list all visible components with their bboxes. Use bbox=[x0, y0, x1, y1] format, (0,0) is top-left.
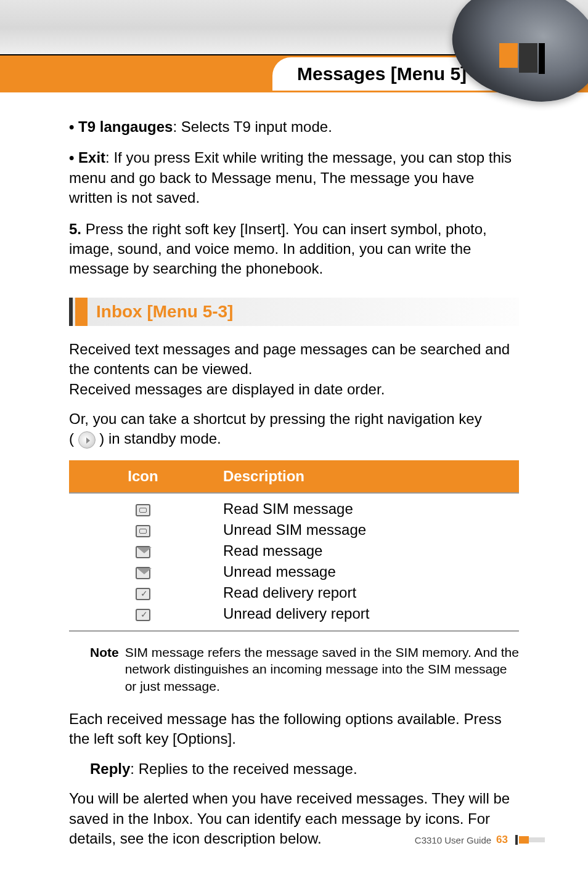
exit-label: Exit bbox=[78, 149, 105, 166]
reply-text: : Replies to the received message. bbox=[130, 760, 357, 777]
table-row: Unread message bbox=[69, 561, 519, 582]
p1: Received text messages and page messages… bbox=[69, 341, 510, 377]
section-heading: Inbox [Menu 5-3] bbox=[69, 298, 519, 326]
section-title: Inbox [Menu 5-3] bbox=[96, 300, 233, 323]
th-icon: Icon bbox=[69, 466, 217, 486]
row-desc: Unread delivery report bbox=[217, 604, 519, 624]
read-msg-icon bbox=[136, 546, 150, 558]
unread-msg-icon bbox=[136, 567, 150, 579]
footer: C3310 User Guide 63 bbox=[415, 834, 545, 846]
p3c: ) in standby mode. bbox=[99, 430, 221, 447]
unread-sim-icon bbox=[136, 525, 150, 537]
table-row: Unread SIM message bbox=[69, 519, 519, 540]
p3a: Or, you can take a shortcut by pressing … bbox=[69, 410, 482, 427]
read-report-icon bbox=[136, 588, 150, 600]
reply-label: Reply bbox=[90, 760, 130, 777]
inbox-desc-2: Or, you can take a shortcut by pressing … bbox=[69, 409, 519, 449]
page-title: Messages [Menu 5] bbox=[297, 63, 467, 84]
page-number: 63 bbox=[496, 834, 508, 846]
t9-label: T9 langauges bbox=[78, 118, 173, 135]
table-row: Read message bbox=[69, 540, 519, 561]
row-desc: Read message bbox=[217, 541, 519, 561]
t9-text: : Selects T9 input mode. bbox=[173, 118, 332, 135]
content-area: • T9 langauges: Selects T9 input mode. •… bbox=[0, 92, 588, 848]
p3b: ( bbox=[69, 430, 74, 447]
step-5: 5. Press the right soft key [Insert]. Yo… bbox=[69, 219, 519, 279]
row-desc: Read SIM message bbox=[217, 499, 519, 519]
inbox-desc-1: Received text messages and page messages… bbox=[69, 340, 519, 399]
row-desc: Unread SIM message bbox=[217, 520, 519, 540]
th-desc: Description bbox=[217, 466, 519, 486]
note-text: SIM message refers the message saved in … bbox=[125, 644, 519, 694]
reply-option: Reply: Replies to the received message. bbox=[90, 759, 519, 779]
unread-report-icon bbox=[136, 609, 150, 621]
header-decoration bbox=[499, 43, 545, 74]
table-header: Icon Description bbox=[69, 460, 519, 494]
footer-decoration bbox=[515, 835, 545, 845]
note-block: Note SIM message refers the message save… bbox=[90, 644, 519, 694]
table-row: Read delivery report bbox=[69, 582, 519, 603]
footer-guide: C3310 User Guide bbox=[415, 835, 491, 845]
bullet-exit: • Exit: If you press Exit while writing … bbox=[69, 148, 519, 208]
row-desc: Unread message bbox=[217, 562, 519, 582]
exit-text: : If you press Exit while writing the me… bbox=[69, 149, 512, 206]
right-nav-key-icon bbox=[78, 431, 96, 449]
note-label: Note bbox=[90, 644, 119, 694]
step-5-text: Press the right soft key [Insert]. You c… bbox=[69, 221, 487, 277]
table-row: Read SIM message bbox=[69, 498, 519, 519]
p2: Received messages are displayed in date … bbox=[69, 381, 385, 397]
icon-table: Icon Description Read SIM message Unread… bbox=[69, 460, 519, 632]
row-desc: Read delivery report bbox=[217, 583, 519, 603]
step-5-num: 5. bbox=[69, 221, 81, 237]
table-body: Read SIM message Unread SIM message Read… bbox=[69, 494, 519, 632]
read-sim-icon bbox=[136, 504, 150, 516]
table-row: Unread delivery report bbox=[69, 603, 519, 624]
options-intro: Each received message has the following … bbox=[69, 709, 519, 749]
bullet-t9: • T9 langauges: Selects T9 input mode. bbox=[69, 117, 519, 137]
